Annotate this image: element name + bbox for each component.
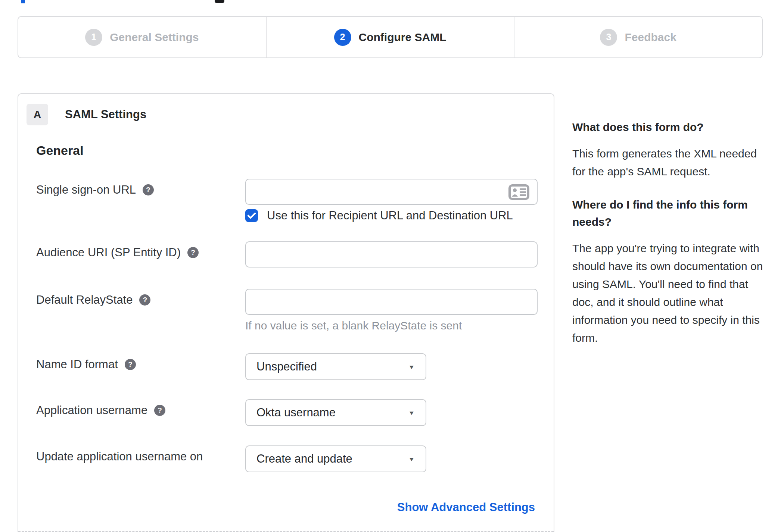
select-value: Unspecified (256, 360, 317, 373)
recipient-url-checkbox[interactable] (245, 209, 258, 222)
field-label-wrap: Update application username on (36, 450, 203, 463)
help-icon[interactable]: ? (125, 359, 136, 370)
field-label: Name ID format (36, 358, 118, 371)
field-label: Application username (36, 404, 147, 417)
help-body-what: This form generates the XML needed for t… (572, 145, 768, 181)
step-label: Feedback (625, 31, 676, 44)
help-body-where: The app you're trying to integrate with … (572, 240, 768, 347)
chevron-down-icon: ▼ (408, 456, 415, 462)
section-badge: A (27, 104, 48, 125)
audience-uri-input[interactable] (245, 241, 538, 267)
help-icon[interactable]: ? (143, 184, 154, 195)
saml-settings-panel: A SAML Settings General Single sign-on U… (18, 93, 554, 532)
step-number-badge: 1 (85, 29, 102, 46)
step-configure-saml[interactable]: 2 Configure SAML (266, 17, 514, 57)
wizard-stepper: 1 General Settings 2 Configure SAML 3 Fe… (18, 16, 763, 58)
select-value: Okta username (256, 406, 336, 419)
field-label: Single sign-on URL (36, 183, 136, 197)
help-heading-what: What does this form do? (572, 119, 768, 136)
show-advanced-settings-link[interactable]: Show Advanced Settings (397, 501, 535, 514)
checkbox-label: Use this for Recipient URL and Destinati… (267, 209, 513, 222)
field-label-wrap: Default RelayState ? (36, 293, 150, 307)
field-label-wrap: Name ID format ? (36, 358, 136, 371)
chevron-down-icon: ▼ (408, 364, 415, 370)
step-feedback[interactable]: 3 Feedback (514, 17, 762, 57)
field-label-wrap: Application username ? (36, 404, 165, 417)
field-label-wrap: Audience URI (SP Entity ID) ? (36, 246, 199, 259)
help-icon[interactable]: ? (187, 247, 199, 258)
panel-header: A SAML Settings (27, 104, 146, 125)
chevron-down-icon: ▼ (408, 410, 415, 416)
step-label: Configure SAML (359, 31, 446, 44)
field-label: Audience URI (SP Entity ID) (36, 246, 181, 259)
step-number-badge: 3 (600, 29, 617, 46)
default-relaystate-input[interactable] (245, 289, 538, 315)
help-icon[interactable]: ? (139, 294, 150, 306)
checkmark-icon (248, 212, 256, 219)
help-icon[interactable]: ? (154, 405, 165, 416)
group-heading: General (36, 143, 84, 158)
name-id-format-select[interactable]: Unspecified ▼ (245, 353, 426, 380)
step-label: General Settings (110, 31, 199, 44)
configure-saml-page: 1 General Settings 2 Configure SAML 3 Fe… (0, 0, 781, 532)
application-username-select[interactable]: Okta username ▼ (245, 399, 426, 426)
update-application-username-select[interactable]: Create and update ▼ (245, 445, 426, 472)
relaystate-helper-text: If no value is set, a blank RelayState i… (245, 319, 538, 332)
step-number-badge: 2 (334, 29, 351, 46)
step-general-settings[interactable]: 1 General Settings (18, 17, 266, 57)
field-label: Update application username on (36, 450, 203, 463)
help-sidebar: What does this form do? This form genera… (572, 119, 768, 363)
help-heading-where: Where do I find the info this form needs… (572, 196, 768, 231)
field-label-wrap: Single sign-on URL ? (36, 183, 154, 197)
field-label: Default RelayState (36, 293, 133, 307)
cutoff-black-element (215, 0, 224, 3)
single-sign-on-url-input[interactable] (245, 179, 538, 205)
cutoff-blue-element (21, 0, 25, 3)
section-title: SAML Settings (65, 108, 146, 121)
select-value: Create and update (256, 452, 352, 466)
